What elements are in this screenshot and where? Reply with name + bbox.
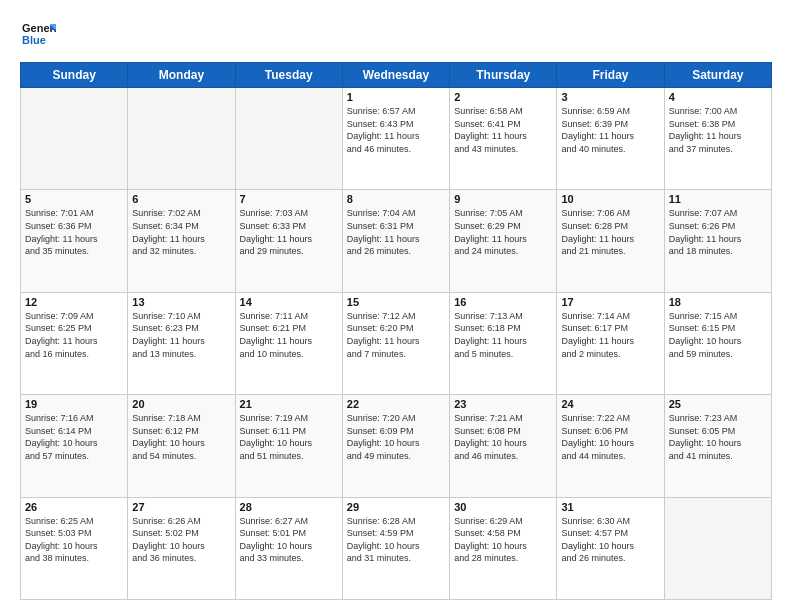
day-number: 17 [561, 296, 659, 308]
day-info: Sunrise: 7:23 AM Sunset: 6:05 PM Dayligh… [669, 412, 767, 462]
weekday-header-wednesday: Wednesday [342, 63, 449, 88]
day-number: 27 [132, 501, 230, 513]
calendar-cell: 9Sunrise: 7:05 AM Sunset: 6:29 PM Daylig… [450, 190, 557, 292]
calendar-cell: 22Sunrise: 7:20 AM Sunset: 6:09 PM Dayli… [342, 395, 449, 497]
calendar-cell: 31Sunrise: 6:30 AM Sunset: 4:57 PM Dayli… [557, 497, 664, 599]
generalblue-logo-icon: General Blue [20, 16, 56, 52]
day-number: 14 [240, 296, 338, 308]
day-info: Sunrise: 7:20 AM Sunset: 6:09 PM Dayligh… [347, 412, 445, 462]
day-number: 30 [454, 501, 552, 513]
calendar-cell: 18Sunrise: 7:15 AM Sunset: 6:15 PM Dayli… [664, 292, 771, 394]
calendar-cell: 2Sunrise: 6:58 AM Sunset: 6:41 PM Daylig… [450, 88, 557, 190]
day-info: Sunrise: 7:11 AM Sunset: 6:21 PM Dayligh… [240, 310, 338, 360]
day-info: Sunrise: 7:03 AM Sunset: 6:33 PM Dayligh… [240, 207, 338, 257]
day-number: 9 [454, 193, 552, 205]
day-info: Sunrise: 6:28 AM Sunset: 4:59 PM Dayligh… [347, 515, 445, 565]
day-info: Sunrise: 7:06 AM Sunset: 6:28 PM Dayligh… [561, 207, 659, 257]
day-info: Sunrise: 6:27 AM Sunset: 5:01 PM Dayligh… [240, 515, 338, 565]
day-info: Sunrise: 7:04 AM Sunset: 6:31 PM Dayligh… [347, 207, 445, 257]
day-number: 28 [240, 501, 338, 513]
day-number: 13 [132, 296, 230, 308]
calendar-cell: 23Sunrise: 7:21 AM Sunset: 6:08 PM Dayli… [450, 395, 557, 497]
day-number: 21 [240, 398, 338, 410]
day-info: Sunrise: 7:07 AM Sunset: 6:26 PM Dayligh… [669, 207, 767, 257]
weekday-header-tuesday: Tuesday [235, 63, 342, 88]
week-row-5: 26Sunrise: 6:25 AM Sunset: 5:03 PM Dayli… [21, 497, 772, 599]
calendar-cell: 17Sunrise: 7:14 AM Sunset: 6:17 PM Dayli… [557, 292, 664, 394]
calendar-cell: 21Sunrise: 7:19 AM Sunset: 6:11 PM Dayli… [235, 395, 342, 497]
calendar-table: SundayMondayTuesdayWednesdayThursdayFrid… [20, 62, 772, 600]
day-info: Sunrise: 6:25 AM Sunset: 5:03 PM Dayligh… [25, 515, 123, 565]
day-info: Sunrise: 6:26 AM Sunset: 5:02 PM Dayligh… [132, 515, 230, 565]
day-number: 19 [25, 398, 123, 410]
calendar-cell: 24Sunrise: 7:22 AM Sunset: 6:06 PM Dayli… [557, 395, 664, 497]
day-info: Sunrise: 7:21 AM Sunset: 6:08 PM Dayligh… [454, 412, 552, 462]
calendar-cell: 19Sunrise: 7:16 AM Sunset: 6:14 PM Dayli… [21, 395, 128, 497]
calendar-cell [235, 88, 342, 190]
calendar-cell: 20Sunrise: 7:18 AM Sunset: 6:12 PM Dayli… [128, 395, 235, 497]
day-number: 7 [240, 193, 338, 205]
day-number: 23 [454, 398, 552, 410]
weekday-header-saturday: Saturday [664, 63, 771, 88]
calendar-cell: 3Sunrise: 6:59 AM Sunset: 6:39 PM Daylig… [557, 88, 664, 190]
day-number: 26 [25, 501, 123, 513]
day-number: 15 [347, 296, 445, 308]
day-info: Sunrise: 7:22 AM Sunset: 6:06 PM Dayligh… [561, 412, 659, 462]
calendar-cell [664, 497, 771, 599]
week-row-1: 1Sunrise: 6:57 AM Sunset: 6:43 PM Daylig… [21, 88, 772, 190]
day-info: Sunrise: 7:15 AM Sunset: 6:15 PM Dayligh… [669, 310, 767, 360]
day-info: Sunrise: 6:30 AM Sunset: 4:57 PM Dayligh… [561, 515, 659, 565]
day-number: 12 [25, 296, 123, 308]
day-info: Sunrise: 7:16 AM Sunset: 6:14 PM Dayligh… [25, 412, 123, 462]
day-number: 31 [561, 501, 659, 513]
day-info: Sunrise: 6:58 AM Sunset: 6:41 PM Dayligh… [454, 105, 552, 155]
calendar-cell: 30Sunrise: 6:29 AM Sunset: 4:58 PM Dayli… [450, 497, 557, 599]
day-number: 4 [669, 91, 767, 103]
day-info: Sunrise: 6:59 AM Sunset: 6:39 PM Dayligh… [561, 105, 659, 155]
calendar-cell: 12Sunrise: 7:09 AM Sunset: 6:25 PM Dayli… [21, 292, 128, 394]
calendar-cell: 5Sunrise: 7:01 AM Sunset: 6:36 PM Daylig… [21, 190, 128, 292]
day-number: 22 [347, 398, 445, 410]
weekday-header-thursday: Thursday [450, 63, 557, 88]
logo: General Blue [20, 16, 56, 52]
calendar-cell [21, 88, 128, 190]
calendar-cell: 8Sunrise: 7:04 AM Sunset: 6:31 PM Daylig… [342, 190, 449, 292]
calendar-cell: 1Sunrise: 6:57 AM Sunset: 6:43 PM Daylig… [342, 88, 449, 190]
calendar-cell: 27Sunrise: 6:26 AM Sunset: 5:02 PM Dayli… [128, 497, 235, 599]
calendar-cell: 13Sunrise: 7:10 AM Sunset: 6:23 PM Dayli… [128, 292, 235, 394]
calendar-cell: 29Sunrise: 6:28 AM Sunset: 4:59 PM Dayli… [342, 497, 449, 599]
calendar-cell: 28Sunrise: 6:27 AM Sunset: 5:01 PM Dayli… [235, 497, 342, 599]
week-row-2: 5Sunrise: 7:01 AM Sunset: 6:36 PM Daylig… [21, 190, 772, 292]
day-number: 29 [347, 501, 445, 513]
day-info: Sunrise: 7:10 AM Sunset: 6:23 PM Dayligh… [132, 310, 230, 360]
calendar-cell [128, 88, 235, 190]
calendar-cell: 4Sunrise: 7:00 AM Sunset: 6:38 PM Daylig… [664, 88, 771, 190]
day-info: Sunrise: 7:02 AM Sunset: 6:34 PM Dayligh… [132, 207, 230, 257]
day-info: Sunrise: 7:18 AM Sunset: 6:12 PM Dayligh… [132, 412, 230, 462]
weekday-header-monday: Monday [128, 63, 235, 88]
day-info: Sunrise: 7:01 AM Sunset: 6:36 PM Dayligh… [25, 207, 123, 257]
page: General Blue SundayMondayTuesdayWednesda… [0, 0, 792, 612]
day-info: Sunrise: 7:19 AM Sunset: 6:11 PM Dayligh… [240, 412, 338, 462]
day-number: 25 [669, 398, 767, 410]
calendar-cell: 11Sunrise: 7:07 AM Sunset: 6:26 PM Dayli… [664, 190, 771, 292]
day-number: 1 [347, 91, 445, 103]
calendar-cell: 16Sunrise: 7:13 AM Sunset: 6:18 PM Dayli… [450, 292, 557, 394]
day-number: 16 [454, 296, 552, 308]
day-number: 3 [561, 91, 659, 103]
calendar-cell: 26Sunrise: 6:25 AM Sunset: 5:03 PM Dayli… [21, 497, 128, 599]
day-number: 18 [669, 296, 767, 308]
week-row-3: 12Sunrise: 7:09 AM Sunset: 6:25 PM Dayli… [21, 292, 772, 394]
weekday-header-sunday: Sunday [21, 63, 128, 88]
weekday-header-friday: Friday [557, 63, 664, 88]
day-info: Sunrise: 7:05 AM Sunset: 6:29 PM Dayligh… [454, 207, 552, 257]
day-number: 20 [132, 398, 230, 410]
day-info: Sunrise: 7:12 AM Sunset: 6:20 PM Dayligh… [347, 310, 445, 360]
day-number: 10 [561, 193, 659, 205]
calendar-cell: 14Sunrise: 7:11 AM Sunset: 6:21 PM Dayli… [235, 292, 342, 394]
day-number: 24 [561, 398, 659, 410]
day-info: Sunrise: 7:14 AM Sunset: 6:17 PM Dayligh… [561, 310, 659, 360]
day-number: 6 [132, 193, 230, 205]
weekday-header-row: SundayMondayTuesdayWednesdayThursdayFrid… [21, 63, 772, 88]
calendar-cell: 7Sunrise: 7:03 AM Sunset: 6:33 PM Daylig… [235, 190, 342, 292]
